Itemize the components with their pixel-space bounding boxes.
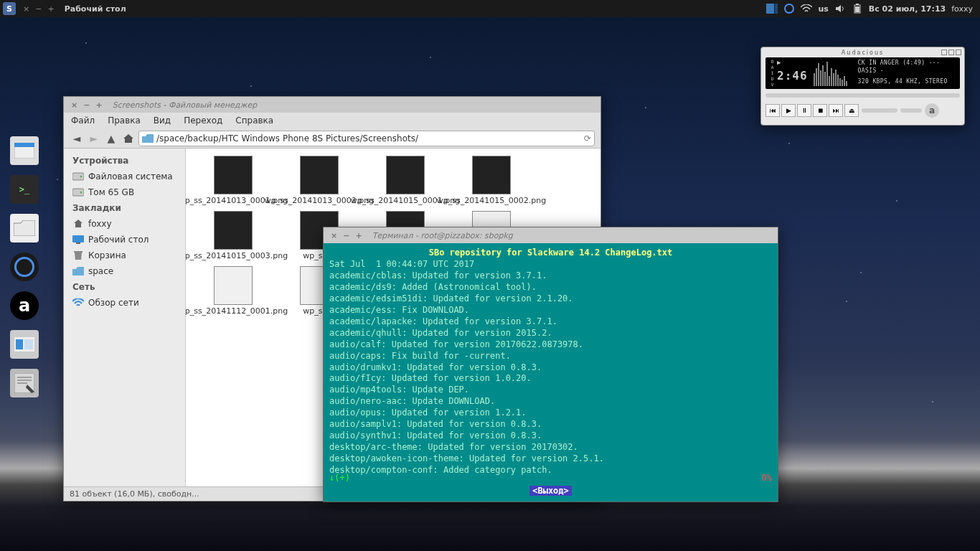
svg-rect-8 xyxy=(16,339,23,349)
close-icon[interactable]: × xyxy=(328,231,340,240)
nav-back-icon[interactable]: ◄ xyxy=(70,131,84,146)
menu-файл[interactable]: Файл xyxy=(71,116,95,126)
keyboard-layout[interactable]: us xyxy=(818,4,828,14)
svg-point-17 xyxy=(80,192,83,194)
aud-balance-slider[interactable] xyxy=(900,108,922,113)
dock-chromium[interactable] xyxy=(7,250,42,284)
app-menu-icon[interactable]: S xyxy=(3,2,16,15)
file-item[interactable]: wp_ss_20141015_0003.png xyxy=(190,208,276,263)
exit-button[interactable]: <Выход> xyxy=(529,486,572,496)
bookmark-space[interactable]: space xyxy=(67,263,182,279)
audacious-window[interactable]: Audacious OAIDV ▶ 2:46 CK IN ANGER (4:49… xyxy=(760,47,965,126)
aud-brand: Audacious xyxy=(842,50,884,56)
panel-maximize-icon[interactable]: + xyxy=(44,4,57,14)
minimize-icon[interactable]: − xyxy=(80,100,93,110)
aud-track: CK IN ANGER (4:49) --- OASIS - xyxy=(858,59,957,75)
device-файловая-система[interactable]: Файловая система xyxy=(67,169,182,184)
svg-point-15 xyxy=(80,176,83,178)
bookmark-рабочий-стол[interactable]: Рабочий стол xyxy=(67,232,182,248)
thumbnail xyxy=(472,156,511,194)
fm-titlebar[interactable]: × − + Screenshots - Файловый менеджер xyxy=(64,97,600,113)
status-text: 81 объект (16,0 МБ), свободн... xyxy=(70,489,199,499)
network-обзор-сети[interactable]: Обзор сети xyxy=(67,295,182,311)
close-icon[interactable]: × xyxy=(68,100,80,110)
svg-rect-16 xyxy=(72,189,84,196)
refresh-icon[interactable]: ⟳ xyxy=(584,133,591,143)
svg-rect-4 xyxy=(855,6,859,12)
playback-prev-button[interactable]: ⏮ xyxy=(765,104,780,117)
menu-справка[interactable]: Справка xyxy=(235,116,273,126)
file-item[interactable]: wp_ss_20141015_0001.png xyxy=(362,153,448,208)
svg-rect-14 xyxy=(72,173,84,180)
panel-minimize-icon[interactable]: − xyxy=(32,4,44,14)
menu-переход[interactable]: Переход xyxy=(184,116,222,126)
svg-rect-0 xyxy=(766,4,774,14)
file-item[interactable]: wp_ss_20141013_0001.png xyxy=(190,153,276,208)
aud-transport: ⏮▶⏸⏹⏭⏏ xyxy=(765,104,859,117)
bookmark-корзина[interactable]: Корзина xyxy=(67,248,182,263)
svg-rect-6 xyxy=(14,143,34,147)
dock-mousepad[interactable] xyxy=(7,366,42,400)
dock-folder[interactable] xyxy=(7,211,42,245)
svg-rect-3 xyxy=(856,4,859,5)
thumbnail xyxy=(386,156,425,194)
menu-вид[interactable]: Вид xyxy=(154,116,171,126)
aud-elapsed: 2:46 xyxy=(776,66,812,83)
aud-volume-slider[interactable] xyxy=(862,108,897,113)
playback-eject-button[interactable]: ⏏ xyxy=(844,104,859,117)
playback-pause-button[interactable]: ⏸ xyxy=(797,104,811,117)
nav-forward-icon[interactable]: ► xyxy=(87,131,101,146)
aud-min-icon[interactable] xyxy=(941,50,947,55)
path-bar[interactable]: /space/backup/HTC Windows Phone 8S Pictu… xyxy=(138,131,595,146)
system-tray: us Вс 02 июл, 17:13 foxxy xyxy=(762,3,977,14)
aud-restore-icon[interactable] xyxy=(948,50,954,55)
workspace-icon[interactable] xyxy=(766,3,778,14)
minimize-icon[interactable]: − xyxy=(340,231,352,240)
chromium-tray-icon[interactable] xyxy=(783,3,795,14)
drive-icon xyxy=(72,171,84,182)
folder-icon xyxy=(142,134,154,143)
more-indicator: ↓(+) xyxy=(329,473,350,484)
file-label: wp_ss_20141015_0003.png xyxy=(186,251,288,260)
volume-icon[interactable] xyxy=(834,3,846,14)
terminal-window: × − + Терминал - root@pizzabox: sbopkg S… xyxy=(323,227,778,502)
clock[interactable]: Вс 02 июл, 17:13 xyxy=(869,4,946,14)
nav-up-icon[interactable]: ▲ xyxy=(104,131,118,146)
dock-audacious[interactable]: a xyxy=(7,288,42,323)
bookmarks-header: Закладки xyxy=(67,200,182,216)
network-icon xyxy=(72,297,84,309)
aud-logo-icon[interactable]: a xyxy=(925,103,939,118)
maximize-icon[interactable]: + xyxy=(352,231,364,240)
terminal-output[interactable]: SBo repository for Slackware 14.2 Change… xyxy=(324,243,778,501)
trash-icon xyxy=(72,250,84,261)
file-item[interactable]: wp_ss_20141112_0001.png xyxy=(190,263,276,319)
bookmark-foxxy[interactable]: foxxy xyxy=(67,216,182,232)
term-titlebar[interactable]: × − + Терминал - root@pizzabox: sbopkg xyxy=(324,227,778,243)
wifi-icon[interactable] xyxy=(801,3,812,14)
thumbnail xyxy=(214,211,253,250)
nav-home-icon[interactable] xyxy=(121,131,136,146)
dock-panel-settings[interactable] xyxy=(7,327,42,362)
battery-icon[interactable] xyxy=(852,3,863,14)
aud-titlebar[interactable]: Audacious xyxy=(761,47,964,57)
menu-правка[interactable]: Правка xyxy=(108,116,141,126)
panel-close-icon[interactable]: × xyxy=(20,4,32,14)
playback-play-button[interactable]: ▶ xyxy=(781,104,796,117)
svg-rect-19 xyxy=(76,242,80,244)
maximize-icon[interactable]: + xyxy=(93,100,105,110)
file-item[interactable]: wp_ss_20141013_0002.png xyxy=(276,153,362,208)
top-panel: S × − + Рабочий стол us Вс 02 июл, 17:13… xyxy=(0,0,980,17)
network-header: Сеть xyxy=(67,279,182,295)
device-том-65-gb[interactable]: Том 65 GB xyxy=(67,184,182,200)
scroll-percent: 0% xyxy=(762,473,772,484)
aud-close-icon[interactable] xyxy=(956,50,961,55)
dock-files[interactable] xyxy=(7,133,42,168)
aud-seek-slider[interactable] xyxy=(765,93,960,98)
file-item[interactable]: wp_ss_20141015_0002.png xyxy=(448,153,534,208)
session-user[interactable]: foxxy xyxy=(951,4,973,14)
aud-visualizer xyxy=(812,57,855,89)
drive-icon xyxy=(72,187,84,198)
playback-next-button[interactable]: ⏭ xyxy=(829,104,843,117)
dock-terminal[interactable]: >_ xyxy=(7,172,42,207)
playback-stop-button[interactable]: ⏹ xyxy=(813,104,827,117)
